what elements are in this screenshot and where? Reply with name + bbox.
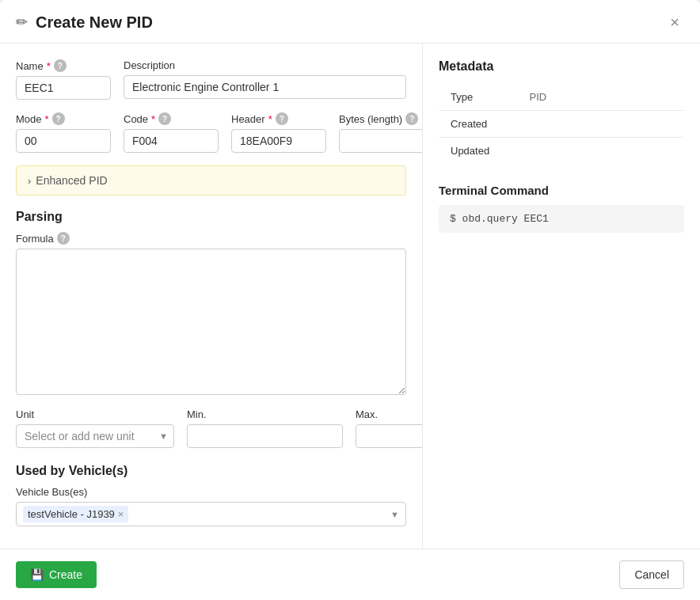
header-input[interactable] [231, 129, 326, 153]
terminal-title: Terminal Command [439, 184, 684, 197]
modal-header: ✏ Create New PID × [0, 0, 700, 44]
enhanced-pid-row[interactable]: › Enhanced PID [16, 165, 406, 196]
max-input[interactable] [356, 424, 423, 448]
unit-select-wrapper: Select or add new unit ▼ [16, 424, 174, 448]
formula-textarea[interactable] [16, 249, 406, 395]
metadata-updated-key: Updated [439, 138, 519, 165]
description-input[interactable] [124, 75, 406, 99]
metadata-created-row: Created [439, 111, 684, 138]
unit-group: Unit Select or add new unit ▼ [16, 408, 174, 448]
cancel-button[interactable]: Cancel [619, 560, 684, 589]
vehicle-tag-text: testVehicle - J1939 [28, 508, 115, 520]
name-label: Name* ? [16, 59, 111, 72]
mode-group: Mode* ? [16, 112, 111, 153]
modal-body: Name* ? Description Mode* ? [0, 44, 700, 549]
mode-label: Mode* ? [16, 112, 111, 125]
unit-label: Unit [16, 408, 174, 420]
description-label: Description [124, 59, 406, 71]
vehicle-bus-input[interactable]: testVehicle - J1939 × ▼ [16, 502, 406, 526]
header-label: Header* ? [231, 112, 326, 125]
unit-min-max-row: Unit Select or add new unit ▼ Min. Max. [16, 408, 406, 448]
name-help-icon: ? [54, 59, 67, 72]
min-input[interactable] [187, 424, 343, 448]
vehicle-tag: testVehicle - J1939 × [23, 506, 128, 522]
metadata-updated-value [519, 138, 684, 165]
parsing-title: Parsing [16, 210, 406, 224]
header-help-icon: ? [276, 112, 288, 125]
name-description-row: Name* ? Description [16, 59, 406, 100]
metadata-type-value: PID [519, 84, 684, 111]
header-group: Header* ? [231, 112, 326, 153]
chevron-right-icon: › [28, 175, 31, 187]
modal-footer: 💾 Create Cancel [0, 549, 700, 600]
enhanced-pid-label: Enhanced PID [36, 174, 107, 187]
sidebar-panel: Metadata Type PID Created Updated [423, 44, 700, 549]
create-label: Create [49, 568, 82, 581]
mode-input[interactable] [16, 129, 111, 153]
formula-label: Formula ? [16, 232, 406, 245]
min-label: Min. [187, 408, 343, 420]
unit-select[interactable]: Select or add new unit [16, 424, 174, 448]
main-panel: Name* ? Description Mode* ? [0, 44, 423, 549]
metadata-created-key: Created [439, 111, 519, 138]
metadata-table: Type PID Created Updated [439, 83, 684, 165]
metadata-title: Metadata [439, 59, 684, 74]
code-input[interactable] [124, 129, 219, 153]
vehicle-bus-label: Vehicle Bus(es) [16, 486, 406, 498]
name-input[interactable] [16, 76, 111, 100]
bytes-input[interactable] [339, 129, 423, 153]
used-by-section: Used by Vehicle(s) Vehicle Bus(es) testV… [16, 464, 406, 526]
min-group: Min. [187, 408, 343, 448]
modal: ✏ Create New PID × Name* ? Description [0, 0, 700, 600]
metadata-type-row: Type PID [439, 84, 684, 111]
metadata-updated-row: Updated [439, 138, 684, 165]
mode-code-row: Mode* ? Code* ? Header* ? [16, 112, 406, 153]
description-group: Description [124, 59, 406, 99]
used-by-title: Used by Vehicle(s) [16, 464, 406, 478]
modal-title-row: ✏ Create New PID [16, 13, 153, 32]
code-help-icon: ? [158, 112, 171, 125]
mode-help-icon: ? [52, 112, 65, 125]
name-group: Name* ? [16, 59, 111, 100]
save-icon: 💾 [30, 568, 44, 581]
close-button[interactable]: × [665, 13, 684, 32]
modal-title: Create New PID [36, 13, 153, 32]
max-label: Max. [356, 408, 423, 420]
name-required: * [47, 60, 51, 72]
create-button[interactable]: 💾 Create [16, 561, 97, 588]
vehicle-dropdown-arrow-icon: ▼ [390, 510, 399, 519]
edit-icon: ✏ [16, 13, 28, 31]
bytes-help-icon: ? [405, 112, 418, 125]
tag-close-icon[interactable]: × [118, 509, 124, 519]
code-label: Code* ? [124, 112, 219, 125]
metadata-type-key: Type [439, 84, 519, 111]
metadata-created-value [519, 111, 684, 138]
formula-help-icon: ? [57, 232, 70, 245]
bytes-label: Bytes (length) ? [339, 112, 423, 125]
terminal-command: $ obd.query EEC1 [439, 205, 684, 233]
max-group: Max. [356, 408, 423, 448]
bytes-group: Bytes (length) ? [339, 112, 423, 153]
code-group: Code* ? [124, 112, 219, 153]
